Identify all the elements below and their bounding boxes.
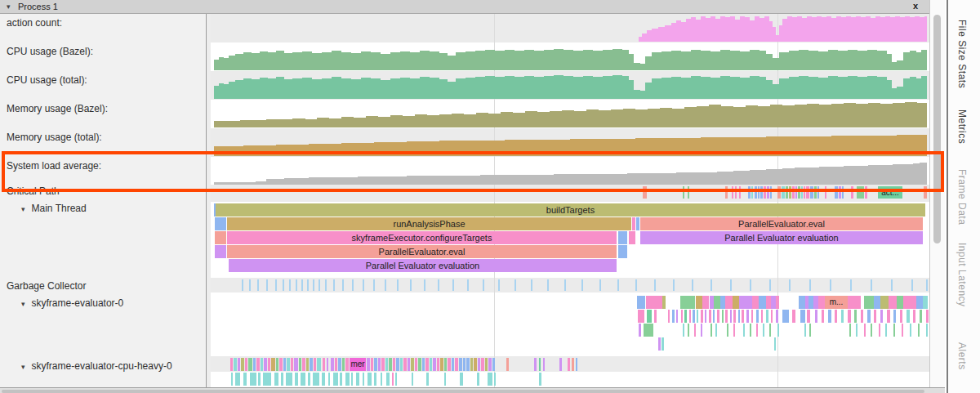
gc-tick[interactable] [385,279,386,291]
trace-slice[interactable] [385,358,388,371]
trace-slice[interactable] [730,310,732,323]
trace-slice[interactable] [758,186,760,199]
gc-tick[interactable] [514,279,516,291]
trace-slice[interactable] [825,186,826,199]
trace-slice[interactable] [646,296,662,309]
trace-slice[interactable] [926,324,928,337]
trace-slice[interactable] [864,296,874,309]
trace-slice[interactable] [463,358,466,371]
trace-slice[interactable] [752,296,759,309]
trace-slice[interactable] [662,337,664,351]
gc-tick[interactable] [266,279,268,291]
trace-slice[interactable] [842,186,844,199]
trace-slice[interactable] [425,358,429,371]
trace-slice[interactable] [351,373,353,386]
trace-slice[interactable] [789,186,791,199]
trace-slice[interactable] [715,324,717,337]
trace-slice[interactable] [618,231,627,244]
gc-tick[interactable] [564,279,566,291]
collapse-arrow-icon[interactable]: ▾ [21,205,25,213]
gc-tick[interactable] [467,279,469,291]
trace-slice[interactable] [378,358,381,371]
gc-tick[interactable] [342,279,344,291]
gc-tick[interactable] [547,279,549,291]
trace-slice[interactable] [306,358,309,371]
trace-slice[interactable] [761,310,763,323]
trace-slice[interactable] [792,186,795,199]
trace-slice[interactable] [722,310,724,323]
trace-slice[interactable] [697,310,698,323]
trace-slice[interactable]: Parallel Evaluator evaluation [640,231,923,244]
trace-slice[interactable] [725,310,728,323]
trace-slice[interactable] [887,310,890,323]
trace-slice[interactable] [774,337,776,351]
trace-slice[interactable] [374,358,377,371]
gc-tick[interactable] [352,279,354,291]
trace-slice[interactable] [782,310,789,323]
trace-slice[interactable] [506,358,509,371]
trace-slice[interactable] [415,358,417,371]
trace-slice[interactable] [799,296,805,309]
trace-slice[interactable] [632,217,635,230]
trace-slice[interactable] [676,310,678,323]
trace-slice[interactable] [807,310,810,323]
trace-slice[interactable] [764,186,766,199]
trace-slice[interactable] [738,310,740,323]
trace-slice[interactable] [345,358,349,371]
trace-slice[interactable] [900,310,902,323]
trace-slice[interactable] [680,296,695,309]
trace-slice[interactable] [760,186,763,199]
trace-slice[interactable] [751,310,753,323]
trace-slice[interactable] [815,310,817,323]
trace-slice[interactable]: m... [825,296,848,309]
gc-tick[interactable] [599,279,601,291]
trace-slice[interactable] [485,358,488,371]
collapse-arrow-icon[interactable]: ▾ [21,300,25,308]
trace-slice[interactable] [701,310,703,323]
trace-slice[interactable] [713,310,715,323]
trace-slice[interactable] [426,373,429,386]
trace-slice[interactable] [248,358,252,371]
trace-slice[interactable] [338,358,341,371]
trace-slice[interactable] [786,186,788,199]
trace-slice[interactable] [923,296,928,309]
trace-slice[interactable]: act... [878,186,902,199]
trace-slice[interactable] [865,186,867,199]
trace-slice[interactable] [732,186,733,199]
vertical-scrollbar[interactable] [930,0,945,387]
trace-slice[interactable] [902,324,903,337]
trace-slice[interactable] [291,358,293,371]
trace-slice[interactable] [759,296,766,309]
gc-tick[interactable] [249,279,251,291]
trace-slice[interactable] [356,373,359,386]
trace-slice[interactable]: Parallel Evaluator evaluation [229,259,617,272]
trace-slice[interactable] [926,310,929,323]
trace-slice[interactable] [743,324,745,337]
process-header[interactable]: ▾ Process 1 x [0,0,929,14]
trace-slice[interactable] [746,310,749,323]
trace-slice[interactable] [474,358,477,371]
trace-slice[interactable] [231,373,233,386]
trace-slice[interactable] [817,186,819,199]
trace-slice[interactable] [841,310,844,323]
trace-slice[interactable] [629,231,635,244]
trace-slice[interactable] [345,373,350,386]
trace-slice[interactable] [810,186,813,199]
trace-slice[interactable] [481,358,484,371]
trace-slice[interactable] [245,358,247,371]
trace-slice[interactable] [539,358,541,371]
trace-slice[interactable] [572,358,574,371]
trace-slice[interactable] [804,324,806,337]
trace-slice[interactable] [327,358,328,371]
gc-tick[interactable] [301,279,303,291]
trace-slice[interactable] [647,310,652,323]
trace-slice[interactable] [477,373,479,386]
gc-tick[interactable] [850,279,852,291]
trace-slice[interactable] [215,231,226,244]
trace-slice[interactable] [766,310,768,323]
trace-slice[interactable] [418,358,421,371]
trace-slice[interactable] [374,373,376,386]
gc-tick[interactable] [871,279,872,291]
trace-slice[interactable] [279,358,283,371]
track-label-skyframe-evaluator-cpu-heavy-0[interactable]: ▾skyframe-evaluator-cpu-heavy-0 [21,360,172,372]
